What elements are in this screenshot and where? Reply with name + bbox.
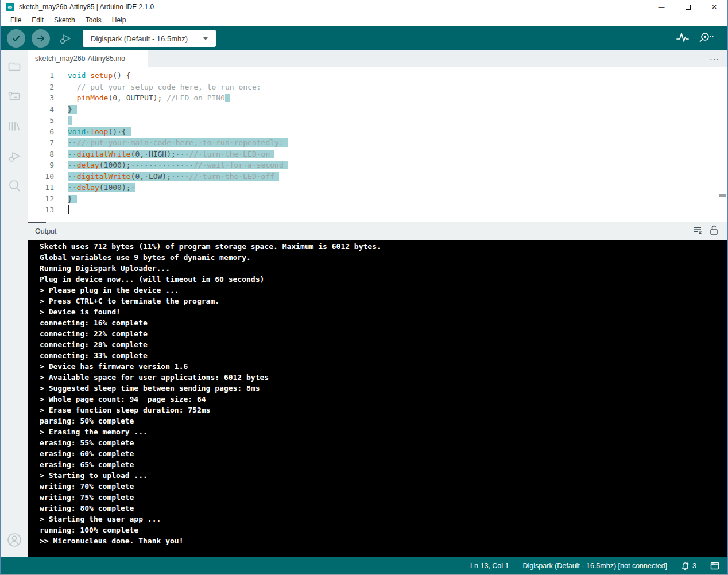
upload-arrow-icon [36,33,46,44]
console-line: parsing: 50% complete [40,415,727,426]
status-bar: Ln 13, Col 1 Digispark (Default - 16.5mh… [1,557,727,574]
console-line: erasing: 55% complete [40,437,727,448]
console-line: running: 100% complete [40,525,727,535]
menu-tools[interactable]: Tools [80,15,107,25]
clear-output-icon [692,226,703,235]
console-line: > Erase function sleep duration: 752ms [40,405,727,415]
console-line: > Device is found! [40,306,727,317]
books-icon [7,119,22,134]
line-number: 6 [28,126,54,138]
maximize-button[interactable] [675,0,701,14]
console-line: writing: 75% complete [40,492,727,503]
autoscroll-lock-button[interactable] [710,225,718,237]
editor-line: 7··//·put·your·main·code·here,·to·run·re… [28,137,727,149]
line-number: 2 [28,81,54,93]
tab-label: sketch_may26b-Attiny85.ino [35,55,125,63]
editor-line: 6void·loop()·{ [28,126,727,138]
console-line: connecting: 28% complete [40,339,727,350]
toggle-panel-button[interactable] [710,562,719,570]
sidebar-sketchbook-button[interactable] [1,53,28,80]
chevron-down-icon [203,37,208,40]
line-number: 12 [28,193,54,205]
window-title: sketch_may26b-Attiny85 | Arduino IDE 2.1… [19,3,154,11]
sidebar-library-manager-button[interactable] [1,112,28,140]
upload-button[interactable] [32,29,50,48]
code-editor[interactable]: 1void setup() {2 // put your setup code … [28,67,727,222]
line-number: 5 [28,115,54,126]
editor-line: 8··digitalWrite(0,·HIGH);···//·turn·the·… [28,149,727,160]
serial-monitor-button[interactable] [698,31,715,46]
verify-check-icon [11,33,21,44]
account-icon [6,531,23,549]
bell-icon [681,562,690,570]
sidebar-search-button[interactable] [1,172,28,200]
sidebar-account-button[interactable] [1,526,28,554]
toolbar: Digispark (Default - 16.5mhz) [1,26,727,50]
sidebar-debug-button[interactable] [1,142,28,170]
editor-line: 12} [28,193,727,205]
board-selector-dropdown[interactable]: Digispark (Default - 16.5mhz) [83,30,216,47]
board-selector-value: Digispark (Default - 16.5mhz) [88,34,203,43]
output-tab-indicator [28,222,46,223]
board-connection-status[interactable]: Digispark (Default - 16.5mhz) [not conne… [523,562,668,570]
serial-monitor-icon [698,31,715,44]
output-panel-title: Output [28,227,57,235]
serial-plotter-button[interactable] [676,31,690,46]
menu-edit[interactable]: Edit [26,15,49,25]
menu-file[interactable]: File [5,15,26,25]
editor-line: 9··delay(1000);··············//·wait·for… [28,160,727,171]
debug-button[interactable] [56,29,75,48]
close-button[interactable]: ✕ [701,0,727,14]
notifications-status[interactable]: 3 [681,562,696,570]
menu-bar: File Edit Sketch Tools Help [1,14,727,26]
console-line: >> Micronucleus done. Thank you! [40,535,727,546]
line-number: 13 [28,204,54,216]
editor-line: 5 [28,115,727,126]
cursor-position-status[interactable]: Ln 13, Col 1 [470,562,509,570]
debug-icon [58,31,73,46]
console-line: Running Digispark Uploader... [40,263,727,274]
clear-output-button[interactable] [692,226,703,237]
tab-overflow-menu[interactable]: ··· [710,50,727,67]
menu-sketch[interactable]: Sketch [49,15,80,25]
menu-help[interactable]: Help [107,15,131,25]
line-number: 11 [28,182,54,193]
line-number: 3 [28,92,54,104]
console-line: > Erasing the memory ... [40,426,727,437]
editor-line: 1void setup() { [28,70,727,81]
arduino-ide-window: ∞ sketch_may26b-Attiny85 | Arduino IDE 2… [0,0,728,575]
line-number: 8 [28,149,54,160]
editor-tab-bar: sketch_may26b-Attiny85.ino ··· [28,50,727,67]
line-number: 9 [28,160,54,171]
line-number: 10 [28,171,54,182]
console-line: writing: 70% complete [40,481,727,492]
sidebar-boards-manager-button[interactable] [1,83,28,110]
editor-line: 4} [28,104,727,115]
console-line: connecting: 16% complete [40,317,727,328]
console-line: > Starting the user app ... [40,514,727,525]
scrollbar-cursor-mark [719,194,726,197]
editor-scrollbar[interactable] [719,67,727,222]
console-line: Global variables use 9 bytes of dynamic … [40,252,727,263]
search-icon [6,178,22,194]
output-console[interactable]: Sketch uses 712 bytes (11%) of program s… [28,240,727,557]
console-line: Sketch uses 712 bytes (11%) of program s… [40,241,727,252]
console-line: Plug in device now... (will timeout in 6… [40,274,727,285]
console-line: erasing: 60% complete [40,448,727,459]
notification-count: 3 [692,562,696,570]
console-line: connecting: 22% complete [40,328,727,339]
line-number: 7 [28,137,54,149]
editor-code-lines: 1void setup() {2 // put your setup code … [28,70,727,216]
tab-sketch-ino[interactable]: sketch_may26b-Attiny85.ino [28,50,148,67]
output-panel-header: Output [28,222,727,240]
board-icon [7,89,22,104]
line-number: 4 [28,104,54,115]
console-line: > Press CTRL+C to terminate the program. [40,296,727,306]
editor-line: 10··digitalWrite(0,·LOW);····//·turn·the… [28,171,727,182]
console-line: erasing: 65% complete [40,459,727,470]
console-line: > Whole page count: 94 page size: 64 [40,394,727,405]
verify-button[interactable] [7,29,25,48]
minimize-button[interactable]: — [648,0,675,14]
editor-line: 13 [28,204,727,216]
folder-icon [7,59,22,74]
